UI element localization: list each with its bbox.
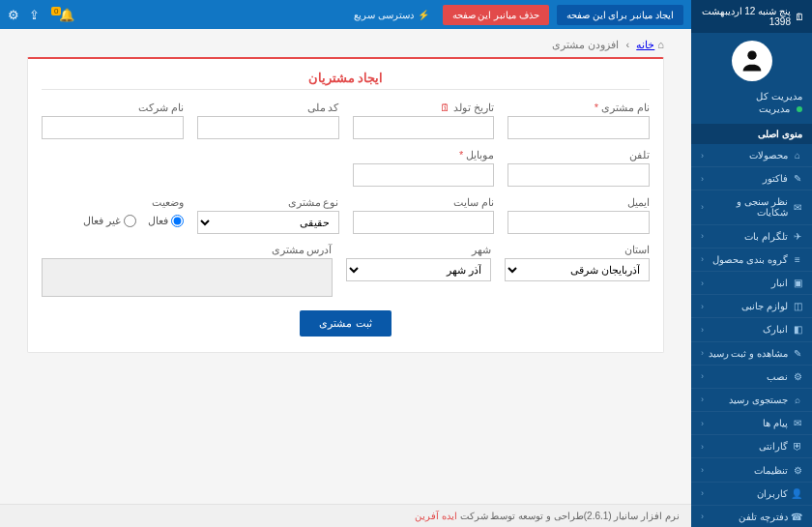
menu-icon: ✉ (793, 418, 802, 428)
customer-name-input[interactable] (508, 116, 650, 139)
national-id-input[interactable] (197, 116, 339, 139)
avatar[interactable] (732, 41, 772, 81)
label-national-id: کد ملی (197, 102, 339, 113)
quick-access[interactable]: ⚡ دسترسی سریع (348, 10, 435, 20)
chevron-left-icon: ‹ (701, 174, 704, 184)
calendar-picker-icon[interactable]: 🗓 (440, 102, 450, 113)
menu-icon: ⚙ (793, 465, 802, 476)
bolt-icon: ⚡ (418, 10, 429, 20)
sidebar-item-label: کاربران (757, 488, 788, 499)
chevron-left-icon: ‹ (701, 278, 704, 288)
user-status: مدیریت (759, 103, 790, 114)
customer-type-select[interactable]: حقیقی (197, 211, 339, 234)
chevron-left-icon: ‹ (701, 254, 704, 264)
delete-shortcut-button[interactable]: حذف میانبر این صفحه (443, 5, 549, 25)
label-company-name: نام شرکت (42, 102, 184, 113)
sidebar-item-11[interactable]: ✉پیام ها‹ (691, 412, 812, 434)
label-website: نام سایت (353, 196, 495, 208)
breadcrumb: ⌂ خانه › افزودن مشتری (27, 39, 664, 51)
notification-badge: 0 (51, 7, 61, 15)
user-icon (739, 47, 766, 74)
chevron-left-icon: ‹ (701, 465, 704, 475)
sidebar-item-15[interactable]: ☎دفترچه تلفن‹ (691, 506, 812, 527)
sidebar-item-5[interactable]: ▣انبار‹ (691, 272, 812, 294)
sidebar-item-14[interactable]: 👤کاربران‹ (691, 483, 812, 505)
svg-rect-1 (749, 61, 754, 65)
menu-icon: ◧ (793, 324, 802, 335)
sidebar-item-label: تنظیمات (754, 465, 788, 476)
sidebar-item-label: پیام ها (763, 418, 788, 428)
footer-brand: ایده آفرین (415, 511, 457, 521)
label-customer-name: نام مشتری* (508, 102, 650, 113)
main-column: ایجاد میانبر برای این صفحه حذف میانبر ای… (0, 0, 691, 527)
divider (42, 89, 650, 90)
sidebar-user: مدیریت کل مدیریت (691, 87, 812, 124)
chevron-left-icon: ‹ (701, 371, 704, 381)
sidebar-item-9[interactable]: ⚙نصب‹ (691, 366, 812, 388)
menu-icon: ⚙ (793, 371, 802, 382)
customer-address-input[interactable] (42, 258, 333, 297)
label-city: شهر (346, 244, 491, 255)
chevron-left-icon: ‹ (701, 512, 704, 521)
sidebar-item-12[interactable]: ⛨گارانتی‹ (691, 435, 812, 457)
home-icon: ⌂ (657, 39, 664, 50)
sidebar-item-1[interactable]: ✎فاکتور‹ (691, 167, 812, 190)
menu-icon: ✎ (793, 348, 802, 359)
company-name-input[interactable] (42, 116, 184, 139)
status-active-radio[interactable] (171, 215, 184, 227)
sidebar-item-label: گارانتی (759, 441, 788, 452)
chevron-left-icon: ‹ (701, 395, 704, 404)
main-menu: ⌂محصولات‹✎فاکتور‹✉نظر سنجی و شکایات‹✈تلگ… (691, 144, 812, 527)
status-active[interactable]: فعال (148, 215, 184, 227)
avatar-wrap (691, 33, 812, 87)
birth-date-input[interactable] (353, 116, 495, 139)
sidebar-item-label: نظر سنجی و شکایات (704, 196, 788, 218)
email-input[interactable] (508, 211, 650, 234)
menu-icon: ≡ (793, 254, 802, 265)
create-shortcut-button[interactable]: ایجاد میانبر برای این صفحه (557, 5, 683, 25)
mobile-input[interactable] (353, 163, 495, 187)
city-select[interactable]: آذر شهر (346, 258, 491, 281)
sidebar-item-4[interactable]: ≡گروه بندی محصول‹ (691, 249, 812, 271)
label-province: استان (505, 244, 650, 255)
footer: نرم افزار سانیار (2.6.1)طراحی و توسعه تو… (0, 504, 691, 527)
status-inactive-radio[interactable] (124, 215, 136, 227)
share-icon[interactable]: ⚙ (8, 8, 19, 22)
chevron-left-icon: ‹ (701, 202, 704, 212)
menu-heading: منوی اصلی (691, 124, 812, 144)
svg-point-0 (747, 51, 756, 60)
sidebar-item-10[interactable]: ⌕جستجوی رسید‹ (691, 389, 812, 411)
breadcrumb-home[interactable]: خانه (636, 39, 654, 50)
sidebar-item-3[interactable]: ✈تلگرام بات‹ (691, 225, 812, 248)
sidebar-item-0[interactable]: ⌂محصولات‹ (691, 144, 812, 166)
topbar: ایجاد میانبر برای این صفحه حذف میانبر ای… (0, 0, 691, 29)
breadcrumb-sep: › (626, 39, 630, 50)
menu-icon: 👤 (793, 488, 802, 499)
status-inactive[interactable]: غیر فعال (83, 215, 136, 227)
sidebar-item-8[interactable]: ✎مشاهده و ثبت رسید‹ (691, 342, 812, 365)
sidebar-item-13[interactable]: ⚙تنظیمات‹ (691, 458, 812, 481)
website-input[interactable] (353, 211, 495, 234)
submit-button[interactable]: ثبت مشتری (300, 310, 391, 337)
required-mark: * (459, 149, 463, 161)
sidebar-item-label: دفترچه تلفن (739, 512, 788, 522)
status-dot-icon (797, 106, 802, 112)
sidebar-item-label: فاکتور (763, 173, 788, 184)
label-birth-date: تاریخ تولد🗓 (353, 102, 495, 113)
notification-icon[interactable]: 🔔0 (49, 8, 74, 22)
sidebar-item-2[interactable]: ✉نظر سنجی و شکایات‹ (691, 190, 812, 223)
sidebar-item-6[interactable]: ◫لوازم جانبی‹ (691, 295, 812, 317)
menu-icon: ✈ (793, 231, 802, 242)
sidebar-item-7[interactable]: ◧انبارک‹ (691, 318, 812, 340)
chevron-left-icon: ‹ (701, 231, 704, 241)
upload-icon[interactable]: ⇪ (29, 8, 40, 22)
user-status-line: مدیریت (701, 103, 802, 114)
sidebar-item-label: انبار (771, 278, 788, 288)
province-select[interactable]: آذربایجان شرقی (505, 258, 650, 281)
sidebar-item-label: لوازم جانبی (741, 301, 788, 311)
label-email: ایمیل (508, 196, 650, 208)
panel-title: ایجاد مشتریان (42, 71, 650, 85)
sidebar-item-label: نصب (767, 371, 788, 382)
phone-input[interactable] (508, 163, 650, 187)
menu-icon: ⌂ (793, 150, 802, 161)
